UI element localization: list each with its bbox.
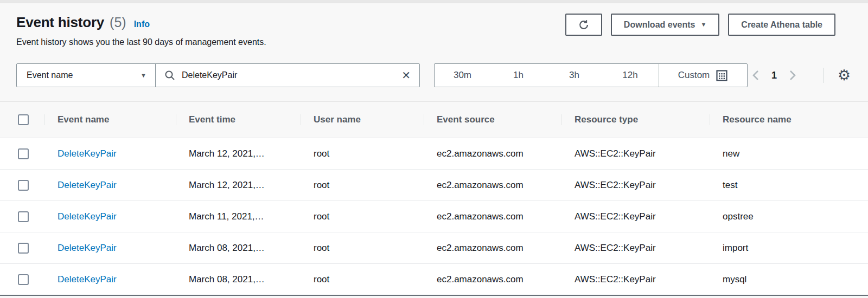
- refresh-button[interactable]: [565, 14, 602, 36]
- event-time-cell: March 08, 2021,…: [176, 243, 301, 254]
- clear-search-icon[interactable]: ✕: [401, 70, 411, 81]
- row-checkbox-cell: [0, 274, 44, 285]
- event-source-value[interactable]: ec2.amazonaws.com: [437, 180, 524, 191]
- table-row: DeleteKeyPair March 08, 2021,… root ec2.…: [0, 263, 868, 295]
- event-history-page: Event history (5) Info Event history sho…: [0, 0, 868, 298]
- refresh-icon: [578, 19, 590, 31]
- search-icon: [164, 70, 175, 81]
- table-row: DeleteKeyPair March 11, 2021,… root ec2.…: [0, 200, 868, 232]
- previous-page-button[interactable]: [752, 70, 760, 81]
- create-athena-table-button[interactable]: Create Athena table: [728, 14, 835, 36]
- attribute-select[interactable]: Event name ▼: [17, 64, 156, 87]
- event-source-value[interactable]: ec2.amazonaws.com: [437, 211, 524, 222]
- select-all-checkbox[interactable]: [18, 114, 29, 125]
- next-page-button[interactable]: [789, 70, 796, 81]
- event-name-link[interactable]: DeleteKeyPair: [58, 148, 117, 159]
- table-row: DeleteKeyPair March 08, 2021,… root ec2.…: [0, 232, 868, 263]
- resource-name-cell: test: [710, 180, 868, 191]
- time-range-12h[interactable]: 12h: [602, 64, 658, 87]
- calendar-icon: [716, 70, 727, 81]
- column-header-user-name: User name: [301, 114, 424, 125]
- row-checkbox-cell: [0, 242, 44, 254]
- time-range-30m[interactable]: 30m: [435, 64, 490, 87]
- row-checkbox[interactable]: [18, 148, 29, 159]
- column-header-resource-name: Resource name: [710, 114, 868, 125]
- event-source-value[interactable]: ec2.amazonaws.com: [437, 243, 524, 254]
- resource-name-cell: opstree: [710, 211, 868, 222]
- user-name-cell: root: [301, 274, 424, 285]
- table-header: Event name Event time User name Event so…: [0, 102, 868, 138]
- event-time-cell: March 08, 2021,…: [176, 274, 301, 285]
- resource-type-cell: AWS::EC2::KeyPair: [561, 211, 710, 222]
- event-name-link[interactable]: DeleteKeyPair: [58, 243, 117, 253]
- row-checkbox[interactable]: [18, 274, 29, 285]
- table-row: DeleteKeyPair March 12, 2021,… root ec2.…: [0, 169, 868, 200]
- row-checkbox-cell: [0, 179, 44, 191]
- chevron-down-icon: ▼: [700, 22, 706, 28]
- resource-name-cell: new: [710, 148, 868, 159]
- custom-label: Custom: [678, 70, 710, 81]
- time-range-3h[interactable]: 3h: [546, 64, 602, 87]
- info-link[interactable]: Info: [134, 20, 150, 29]
- pagination: 1: [752, 63, 796, 87]
- resource-name-cell: mysql: [710, 274, 868, 285]
- row-checkbox-cell: [0, 148, 44, 159]
- gear-icon: ⚙: [838, 68, 851, 83]
- search-input[interactable]: [182, 70, 395, 80]
- table-row: DeleteKeyPair March 12, 2021,… root ec2.…: [0, 138, 868, 169]
- time-range-selector: 30m 1h 3h 12h Custom: [434, 63, 748, 87]
- event-time-cell: March 12, 2021,…: [176, 180, 301, 191]
- event-source-value[interactable]: ec2.amazonaws.com: [437, 274, 524, 285]
- resource-type-cell: AWS::EC2::KeyPair: [561, 180, 710, 191]
- create-athena-table-label: Create Athena table: [741, 20, 822, 30]
- column-header-event-name: Event name: [44, 114, 176, 125]
- user-name-cell: root: [301, 148, 424, 159]
- header-actions: Download events ▼ Create Athena table: [565, 14, 835, 36]
- result-count: (5): [110, 15, 126, 30]
- download-events-button[interactable]: Download events ▼: [611, 14, 719, 36]
- user-name-cell: root: [301, 180, 424, 191]
- row-checkbox[interactable]: [18, 243, 29, 254]
- table-body: DeleteKeyPair March 12, 2021,… root ec2.…: [0, 138, 868, 295]
- events-table: Event name Event time User name Event so…: [0, 101, 868, 296]
- attribute-select-value: Event name: [27, 70, 73, 80]
- row-checkbox[interactable]: [18, 180, 29, 191]
- download-events-label: Download events: [624, 20, 695, 30]
- top-strip: [0, 0, 868, 3]
- chevron-left-icon: [752, 70, 760, 81]
- event-source-value[interactable]: ec2.amazonaws.com: [437, 148, 524, 159]
- event-time-cell: March 11, 2021,…: [176, 211, 301, 222]
- resource-name-cell: import: [710, 243, 868, 254]
- resource-type-cell: AWS::EC2::KeyPair: [561, 148, 710, 159]
- row-checkbox-cell: [0, 211, 44, 222]
- page-subtitle: Event history shows you the last 90 days…: [16, 37, 852, 47]
- event-name-link[interactable]: DeleteKeyPair: [58, 211, 117, 222]
- search-box: ✕: [156, 64, 419, 87]
- chevron-right-icon: [789, 70, 796, 81]
- page-title: Event history: [16, 14, 104, 31]
- page-number[interactable]: 1: [771, 70, 777, 81]
- event-name-link[interactable]: DeleteKeyPair: [58, 274, 117, 284]
- event-time-cell: March 12, 2021,…: [176, 148, 301, 159]
- time-range-1h[interactable]: 1h: [490, 64, 546, 87]
- resource-type-cell: AWS::EC2::KeyPair: [561, 274, 710, 285]
- user-name-cell: root: [301, 243, 424, 254]
- column-header-resource-type: Resource type: [561, 114, 710, 125]
- resource-type-cell: AWS::EC2::KeyPair: [561, 243, 710, 254]
- header-checkbox-cell: [0, 114, 44, 126]
- column-header-event-time: Event time: [176, 114, 301, 125]
- filter-combo: Event name ▼ ✕: [16, 63, 420, 87]
- row-checkbox[interactable]: [18, 211, 29, 222]
- chevron-down-icon: ▼: [141, 73, 146, 79]
- column-header-event-source: Event source: [424, 114, 561, 125]
- preferences-button[interactable]: ⚙: [834, 66, 854, 85]
- user-name-cell: root: [301, 211, 424, 222]
- event-name-link[interactable]: DeleteKeyPair: [58, 180, 117, 190]
- toolbar-divider: [823, 68, 824, 83]
- time-range-custom[interactable]: Custom: [658, 64, 747, 87]
